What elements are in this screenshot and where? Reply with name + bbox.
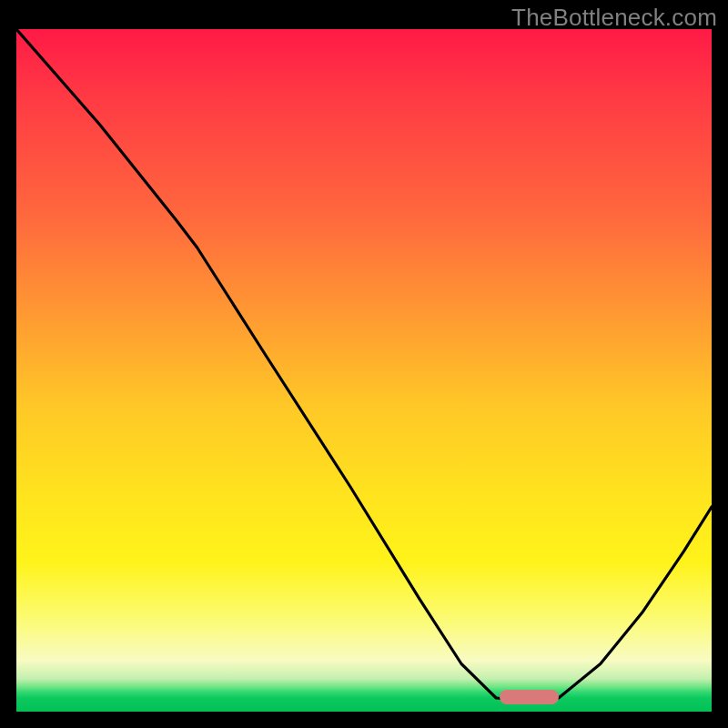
plot-area — [16, 29, 712, 712]
optimal-range-marker — [500, 690, 559, 704]
chart-container: TheBottleneck.com — [0, 0, 728, 728]
watermark-text: TheBottleneck.com — [511, 4, 717, 32]
curve-path — [16, 29, 712, 702]
bottleneck-curve — [16, 29, 712, 712]
